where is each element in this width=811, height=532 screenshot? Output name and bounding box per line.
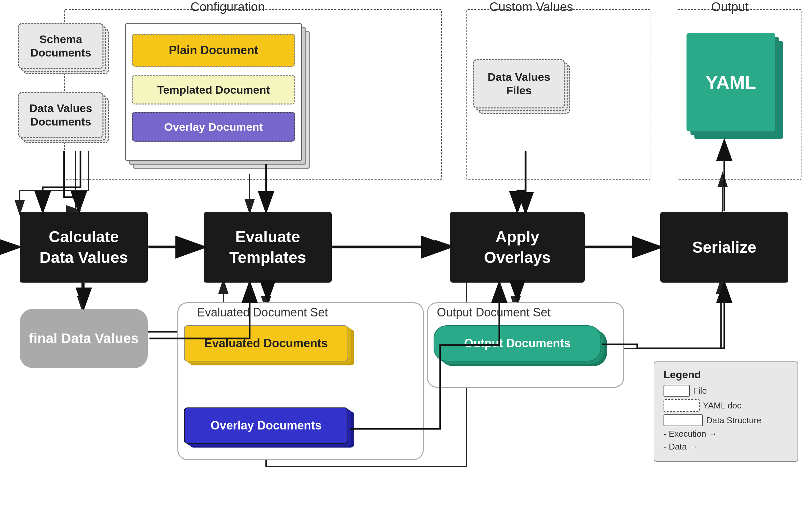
legend-file-row: File xyxy=(663,385,788,397)
calculate-process-box: CalculateData Values xyxy=(20,212,148,283)
overlay-doc-label: Overlay Document xyxy=(164,121,263,133)
legend-title: Legend xyxy=(663,369,788,381)
evaluate-label: EvaluateTemplates xyxy=(229,227,306,268)
yaml-output-label: YAML xyxy=(706,72,756,93)
schema-docs-label: Schema Documents xyxy=(19,32,103,60)
legend-yaml-icon xyxy=(663,399,700,412)
final-data-values-box: final Data Values xyxy=(20,309,148,368)
configuration-label: Configuration xyxy=(190,0,265,14)
apply-overlays-process-box: ApplyOverlays xyxy=(450,212,585,283)
data-values-files-label: Data Values Files xyxy=(474,70,564,97)
custom-values-label: Custom Values xyxy=(489,0,573,14)
legend-ds-label: Data Structure xyxy=(706,415,761,426)
evaluate-process-box: EvaluateTemplates xyxy=(204,212,332,283)
legend-box: Legend File YAML doc Data Structure - Ex… xyxy=(654,362,798,462)
legend-data-label: - Data → xyxy=(663,442,698,452)
serialize-process-box: Serialize xyxy=(660,212,788,283)
output-label: Output xyxy=(711,0,749,14)
overlay-docs-label: Overlay Documents xyxy=(211,419,322,432)
data-values-docs-label: Data Values Documents xyxy=(19,102,103,128)
legend-ds-icon xyxy=(663,414,703,426)
calculate-label: CalculateData Values xyxy=(40,227,128,268)
legend-yaml-label: YAML doc xyxy=(703,400,741,411)
legend-ds-row: Data Structure xyxy=(663,414,788,426)
legend-file-icon xyxy=(663,385,690,397)
output-docs-label: Output Documents xyxy=(464,336,570,350)
evaluated-doc-set-label: Evaluated Document Set xyxy=(197,306,328,319)
legend-exec-row: - Execution → xyxy=(663,429,788,439)
plain-doc-label: Plain Document xyxy=(169,43,258,57)
diagram-container: Configuration Custom Values Output Schem… xyxy=(0,0,811,532)
apply-overlays-label: ApplyOverlays xyxy=(484,227,551,268)
evaluated-docs-label: Evaluated Documents xyxy=(204,336,328,350)
serialize-label: Serialize xyxy=(692,238,756,257)
final-data-values-label: final Data Values xyxy=(29,330,139,348)
legend-exec-label: - Execution → xyxy=(663,429,717,439)
legend-data-row: - Data → xyxy=(663,442,788,452)
templated-doc-label: Templated Document xyxy=(157,83,270,96)
legend-file-label: File xyxy=(693,386,707,396)
legend-yaml-row: YAML doc xyxy=(663,399,788,412)
output-doc-set-label: Output Document Set xyxy=(437,306,551,319)
